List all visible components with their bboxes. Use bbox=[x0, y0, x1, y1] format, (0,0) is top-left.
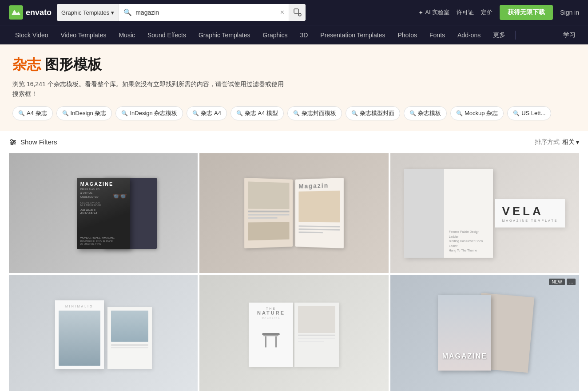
search-tag-icon: 🔍 bbox=[351, 110, 358, 116]
title-accent: 杂志 bbox=[12, 56, 41, 72]
filter-icon bbox=[9, 138, 17, 146]
svg-rect-12 bbox=[265, 336, 266, 347]
chevron-down-icon: ▾ bbox=[576, 139, 579, 146]
svg-rect-1 bbox=[294, 9, 298, 13]
sort-bar: 排序方式 相关 ▾ bbox=[535, 138, 579, 146]
svg-point-8 bbox=[13, 141, 15, 143]
sort-dropdown[interactable]: 相关 ▾ bbox=[562, 138, 579, 146]
nav-item-graphic-templates[interactable]: Graphic Templates bbox=[192, 25, 256, 45]
content-area: Show Filters 排序方式 相关 ▾ MAGAZINE BRIEF AN… bbox=[0, 131, 588, 391]
license-link[interactable]: 许可证 bbox=[457, 8, 474, 16]
main-nav: Stock Video Video Templates Music Sound … bbox=[0, 25, 588, 44]
search-input-wrap: 🔍 × bbox=[119, 8, 289, 16]
nav-item-fonts[interactable]: Fonts bbox=[423, 25, 451, 45]
signin-button[interactable]: Sign in bbox=[560, 9, 579, 16]
product-grid: MAGAZINE BRIEF ANGLES& VIRTUEUNDETECTED … bbox=[9, 153, 579, 391]
hero-description: 浏览 16,241 个杂志模板。看看整个库。如果您没有立即找到所需的内容，请尝试… bbox=[12, 79, 576, 99]
svg-point-7 bbox=[11, 140, 12, 141]
logo[interactable]: envato bbox=[9, 5, 52, 20]
nav-item-presentation-templates[interactable]: Presentation Templates bbox=[314, 25, 391, 45]
nav-item-photos[interactable]: Photos bbox=[391, 25, 423, 45]
cta-button[interactable]: 获得无限下载 bbox=[500, 5, 553, 20]
grid-item-6[interactable]: MAGAZINE 2017/9 NEW ... bbox=[390, 275, 579, 391]
tag-magazine-cover-template[interactable]: 🔍 杂志封面模板 bbox=[287, 106, 342, 120]
tag-magazine-template[interactable]: 🔍 杂志模板 bbox=[404, 106, 447, 120]
grid-item-3[interactable]: Femme Fatale Design LadderBinding Has Ne… bbox=[390, 153, 579, 273]
category-dropdown[interactable]: Graphic Templates ▾ bbox=[57, 4, 119, 21]
badge-new: NEW bbox=[549, 279, 564, 285]
star-icon: ✦ bbox=[418, 9, 423, 16]
nav-item-music[interactable]: Music bbox=[112, 25, 141, 45]
chevron-down-icon: ▾ bbox=[111, 9, 114, 16]
badge-type: ... bbox=[567, 279, 576, 285]
nav-item-graphics[interactable]: Graphics bbox=[256, 25, 294, 45]
clear-search-button[interactable]: × bbox=[280, 9, 284, 16]
nav-item-video-templates[interactable]: Video Templates bbox=[54, 25, 112, 45]
nav-item-learn[interactable]: 学习 bbox=[560, 31, 579, 39]
hero-section: 杂志 图形模板 浏览 16,241 个杂志模板。看看整个库。如果您没有立即找到所… bbox=[0, 44, 588, 131]
torii-gate-icon bbox=[260, 330, 282, 352]
tag-us-letter[interactable]: 🔍 US Lett... bbox=[507, 106, 551, 120]
grid-item-1[interactable]: MAGAZINE BRIEF ANGLES& VIRTUEUNDETECTED … bbox=[9, 153, 198, 273]
search-tag-icon: 🔍 bbox=[236, 110, 243, 116]
nav-divider bbox=[515, 31, 516, 40]
svg-point-9 bbox=[11, 143, 13, 145]
svg-rect-13 bbox=[275, 336, 277, 347]
logo-text: envato bbox=[26, 8, 52, 17]
nav-item-3d[interactable]: 3D bbox=[294, 25, 314, 45]
tag-mockup-magazine[interactable]: 🔍 Mockup 杂志 bbox=[450, 106, 504, 120]
search-tag-icon: 🔍 bbox=[18, 110, 25, 116]
tag-magazine-a4-model[interactable]: 🔍 杂志 A4 模型 bbox=[230, 106, 284, 120]
nav-item-more[interactable]: 更多 bbox=[487, 25, 512, 45]
svg-rect-11 bbox=[263, 335, 278, 336]
search-tag-icon: 🔍 bbox=[456, 110, 463, 116]
ai-lab-button[interactable]: ✦ AI 实验室 bbox=[418, 8, 449, 16]
tag-magazine-a4[interactable]: 🔍 杂志 A4 bbox=[187, 106, 227, 120]
tag-indesign-template[interactable]: 🔍 InDesign 杂志模板 bbox=[115, 106, 183, 120]
search-input[interactable] bbox=[135, 9, 277, 16]
search-tag-icon: 🔍 bbox=[62, 110, 69, 116]
grid-item-2[interactable]: Magazin bbox=[199, 153, 388, 273]
tag-magazine-model-cover[interactable]: 🔍 杂志模型封面 bbox=[346, 106, 400, 120]
nav-item-sound-effects[interactable]: Sound Effects bbox=[141, 25, 192, 45]
badge-container: NEW ... bbox=[549, 279, 576, 285]
tag-indesign-magazine[interactable]: 🔍 InDesign 杂志 bbox=[56, 106, 112, 120]
grid-item-4[interactable]: MINIMALIO bbox=[9, 275, 198, 391]
header: envato Graphic Templates ▾ 🔍 × ✦ AI 实验室 … bbox=[0, 0, 588, 25]
search-tag-icon: 🔍 bbox=[513, 110, 520, 116]
search-tag-icon: 🔍 bbox=[409, 110, 416, 116]
image-search-button[interactable] bbox=[289, 4, 306, 21]
grid-item-5[interactable]: THE NATURE MAGAZINE bbox=[199, 275, 388, 391]
nav-item-stock-video[interactable]: Stock Video bbox=[9, 25, 54, 45]
header-actions: ✦ AI 实验室 许可证 定价 获得无限下载 Sign in bbox=[418, 5, 579, 20]
search-tag-icon: 🔍 bbox=[293, 110, 300, 116]
sort-label: 排序方式 bbox=[535, 138, 560, 146]
search-bar: Graphic Templates ▾ 🔍 × bbox=[57, 4, 306, 21]
search-tag-icon: 🔍 bbox=[121, 110, 128, 116]
show-filters-button[interactable]: Show Filters bbox=[9, 138, 57, 146]
tag-list: 🔍 A4 杂志 🔍 InDesign 杂志 🔍 InDesign 杂志模板 🔍 … bbox=[12, 106, 576, 124]
svg-line-3 bbox=[298, 13, 299, 14]
svg-rect-10 bbox=[262, 333, 280, 335]
search-icon: 🔍 bbox=[123, 8, 132, 16]
page-title: 杂志 图形模板 bbox=[12, 55, 576, 75]
search-tag-icon: 🔍 bbox=[192, 110, 199, 116]
tag-a4-magazine[interactable]: 🔍 A4 杂志 bbox=[12, 106, 53, 120]
nav-item-addons[interactable]: Add-ons bbox=[451, 25, 487, 45]
title-main: 图形模板 bbox=[41, 56, 102, 72]
pricing-link[interactable]: 定价 bbox=[481, 8, 493, 16]
filters-bar: Show Filters 排序方式 相关 ▾ bbox=[9, 138, 579, 146]
